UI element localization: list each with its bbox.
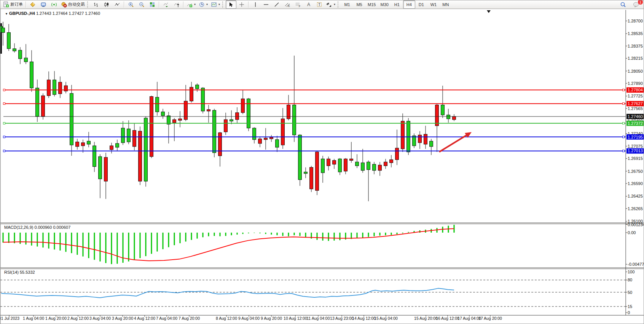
terminal-button[interactable] bbox=[38, 0, 49, 9]
time-axis-label: 4 Aug 12:00 bbox=[134, 316, 155, 321]
timeframe-h1-button[interactable]: H1 bbox=[391, 0, 403, 9]
terminal-icon bbox=[40, 2, 46, 8]
toolbar-grip[interactable] bbox=[87, 2, 89, 8]
auto-scroll-icon bbox=[163, 2, 169, 8]
price-badge-label: 1.27804 bbox=[628, 88, 643, 92]
horizontal-line-tool-button[interactable] bbox=[261, 0, 271, 9]
time-axis-label: 31 Jul 2023 bbox=[0, 316, 19, 321]
time-axis-label: 17 Aug 20:00 bbox=[478, 316, 502, 321]
search-button[interactable] bbox=[618, 0, 628, 9]
timeframe-mn-button[interactable]: MN bbox=[440, 0, 452, 9]
macd-tick-label: 0.001234 bbox=[628, 222, 644, 227]
market-depth-button[interactable] bbox=[27, 0, 38, 9]
price-tick-label: 1.26915 bbox=[628, 156, 643, 161]
template-chart-icon bbox=[211, 2, 217, 8]
timeframe-w1-button[interactable]: W1 bbox=[427, 0, 440, 9]
toolbar-grip[interactable] bbox=[338, 2, 340, 8]
indicators-button[interactable]: ▾ bbox=[185, 0, 197, 9]
time-axis-label: 8 Aug 12:00 bbox=[216, 316, 237, 321]
time-axis-label: 9 Aug 04:00 bbox=[238, 316, 260, 321]
timeframe-m5-button[interactable]: M5 bbox=[353, 0, 365, 9]
time-axis-label: 7 Aug 04:00 bbox=[156, 316, 177, 321]
templates-button[interactable]: ▾ bbox=[209, 0, 222, 9]
horizontal-line-icon bbox=[263, 2, 269, 8]
equidistant-channel-tool-button[interactable]: E bbox=[282, 0, 293, 9]
text-tool-button[interactable]: A bbox=[303, 0, 314, 9]
chart-shift-button[interactable] bbox=[171, 0, 182, 9]
periods-button[interactable]: ▾ bbox=[197, 0, 209, 9]
zoom-in-icon bbox=[128, 2, 134, 8]
mt4-window: 新订单 自动交易 bbox=[0, 0, 644, 324]
time-axis-label: 16 Aug 12:00 bbox=[436, 316, 459, 321]
separator bbox=[183, 2, 184, 8]
price-tick-label: 1.27075 bbox=[628, 144, 643, 148]
candlestick-chart-type-button[interactable] bbox=[101, 0, 112, 9]
toolbar: 新订单 自动交易 bbox=[0, 0, 644, 9]
fibonacci-tool-button[interactable]: F bbox=[293, 0, 303, 9]
time-axis-label: 3 Aug 20:00 bbox=[112, 316, 133, 321]
crosshair-icon bbox=[239, 2, 245, 8]
cursor-tool-button[interactable] bbox=[226, 0, 236, 9]
price-tick-label: 1.27565 bbox=[628, 106, 643, 111]
arrows-tool-button[interactable]: ▾ bbox=[325, 0, 337, 9]
cursor-arrow-icon bbox=[228, 2, 234, 8]
timeframe-h4-button[interactable]: H4 bbox=[403, 0, 415, 9]
auto-trading-label: 自动交易 bbox=[68, 2, 85, 7]
price-badge-label: 1.27627 bbox=[628, 101, 643, 106]
chevron-down-icon: ▾ bbox=[218, 3, 220, 6]
timeframe-m1-button[interactable]: M1 bbox=[341, 0, 353, 9]
price-tick-label: 1.28535 bbox=[628, 31, 643, 36]
rsi-tick-label: 50 bbox=[628, 290, 632, 295]
time-axis-label: 15 Aug 04:00 bbox=[374, 316, 398, 321]
price-tick-label: 1.28375 bbox=[628, 44, 643, 48]
candlestick-icon bbox=[104, 2, 110, 8]
signals-button[interactable] bbox=[49, 0, 59, 9]
time-axis-label: 1 Aug 04:00 bbox=[23, 316, 44, 321]
shapes-icon bbox=[326, 2, 332, 8]
auto-trading-button[interactable]: 自动交易 bbox=[59, 0, 86, 9]
toolbar-grip[interactable] bbox=[222, 2, 224, 8]
new-order-button[interactable]: 新订单 bbox=[2, 0, 24, 9]
time-axis-label: 13 Aug 23:00 bbox=[330, 316, 354, 321]
price-tick-label: 1.26750 bbox=[628, 169, 643, 174]
auto-trading-icon bbox=[61, 2, 67, 8]
timeframe-d1-button[interactable]: D1 bbox=[415, 0, 427, 9]
time-axis-label: 15 Aug 20:00 bbox=[414, 316, 438, 321]
timeframe-m30-button[interactable]: M30 bbox=[378, 0, 391, 9]
time-axis-label: 3 Aug 04:00 bbox=[89, 316, 111, 321]
time-axis-label: 17 Aug 04:00 bbox=[457, 316, 481, 321]
crosshair-tool-button[interactable] bbox=[236, 0, 247, 9]
zoom-in-button[interactable] bbox=[126, 0, 136, 9]
separator bbox=[159, 2, 159, 8]
line-chart-type-button[interactable] bbox=[112, 0, 123, 9]
zoom-out-button[interactable] bbox=[136, 0, 147, 9]
auto-scroll-button[interactable] bbox=[161, 0, 171, 9]
trendline-tool-button[interactable] bbox=[271, 0, 282, 9]
price-badge-label: 1.27460 bbox=[628, 114, 643, 119]
rsi-indicator-label: RSI(14) 55.5332 bbox=[4, 270, 35, 275]
time-axis-label: 7 Aug 20:00 bbox=[179, 316, 200, 321]
chart-canvas[interactable]: 1.287001.285351.283751.282151.280501.278… bbox=[0, 0, 644, 324]
notifications-button[interactable]: 1 bbox=[631, 0, 641, 9]
chevron-down-icon: ▾ bbox=[334, 3, 335, 6]
time-axis-label: 11 Aug 04:00 bbox=[306, 316, 330, 321]
chart-shift-icon bbox=[174, 2, 180, 8]
chart-plot-area[interactable] bbox=[3, 10, 626, 223]
chart-dropdown-icon[interactable]: ▼ bbox=[5, 12, 8, 16]
text-label-tool-button[interactable]: T bbox=[314, 0, 325, 9]
new-order-label: 新订单 bbox=[10, 2, 23, 7]
price-tick-label: 1.28050 bbox=[628, 69, 643, 73]
macd-tick-label: -0.004774 bbox=[628, 262, 644, 267]
chevron-down-icon: ▾ bbox=[206, 3, 208, 6]
timeframe-m15-button[interactable]: M15 bbox=[365, 0, 378, 9]
time-axis-label: 10 Aug 12:00 bbox=[284, 316, 307, 321]
tile-windows-button[interactable] bbox=[147, 0, 158, 9]
bar-chart-type-button[interactable] bbox=[91, 0, 101, 9]
vertical-line-tool-button[interactable] bbox=[250, 0, 261, 9]
svg-text:E: E bbox=[288, 5, 290, 7]
price-tick-label: 1.26425 bbox=[628, 194, 643, 198]
price-tick-label: 1.26265 bbox=[628, 206, 643, 211]
price-tick-label: 1.28215 bbox=[628, 56, 643, 61]
time-axis-label: 14 Aug 12:00 bbox=[352, 316, 376, 321]
time-scale[interactable]: 31 Jul 20231 Aug 04:001 Aug 20:002 Aug 1… bbox=[0, 315, 502, 321]
